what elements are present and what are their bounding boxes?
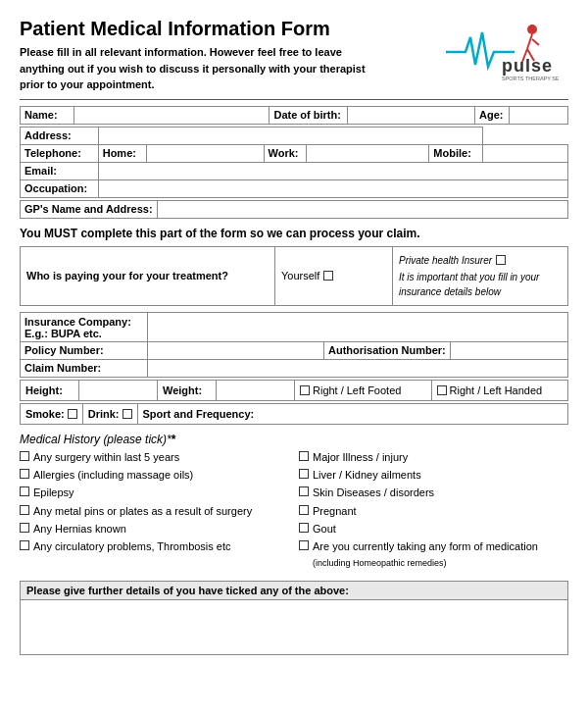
- email-value[interactable]: [98, 162, 567, 179]
- address-table: Address: Telephone: Home: Work: Mobile: …: [20, 127, 568, 198]
- medical-right-col: Major Illness / injuryLiver / Kidney ail…: [299, 450, 568, 574]
- gp-table: GP's Name and Address:: [20, 200, 568, 219]
- drink-checkbox[interactable]: [122, 409, 132, 419]
- insurance-table: Insurance Company:E.g.: BUPA etc. Policy…: [20, 312, 568, 378]
- address-value[interactable]: [98, 127, 482, 144]
- auth-label: Authorisation Number:: [324, 341, 451, 359]
- medical-left-checkbox-3[interactable]: [20, 505, 29, 515]
- height-value-cell[interactable]: [79, 381, 158, 400]
- claim-value[interactable]: [148, 359, 568, 377]
- medical-right-item: Major Illness / injury: [299, 450, 568, 465]
- medical-history-section: Medical History (please tick)** Any surg…: [20, 433, 568, 574]
- sport-label: Sport and Frequency:: [143, 408, 255, 420]
- home-value[interactable]: [146, 144, 264, 162]
- name-value[interactable]: [74, 106, 269, 124]
- handed-cell: Right / Left Handed: [432, 381, 568, 400]
- medical-left-checkbox-2[interactable]: [20, 486, 29, 496]
- logo: pulse SPORTS THERAPY SERVICES: [441, 18, 568, 81]
- payment-heading: You MUST complete this part of the form …: [20, 227, 568, 240]
- gp-label: GP's Name and Address:: [21, 200, 158, 218]
- right-handed-label: Right: [450, 384, 475, 396]
- medical-left-col: Any surgery within last 5 yearsAllergies…: [20, 450, 289, 574]
- auth-value[interactable]: [450, 341, 567, 359]
- drink-cell: Drink:: [83, 404, 138, 424]
- policy-value[interactable]: [148, 341, 324, 359]
- medical-right-checkbox-1[interactable]: [299, 469, 309, 479]
- work-value[interactable]: [307, 144, 429, 162]
- occupation-label: Occupation:: [21, 179, 99, 197]
- yourself-checkbox[interactable]: [323, 271, 333, 281]
- occupation-value[interactable]: [98, 179, 567, 197]
- gp-value[interactable]: [157, 200, 567, 218]
- medical-left-item: Any Hernias known: [20, 522, 289, 537]
- medical-right-checkbox-2[interactable]: [299, 486, 309, 496]
- svg-line-2: [532, 39, 539, 45]
- details-content[interactable]: [21, 600, 567, 654]
- sport-cell: Sport and Frequency:: [138, 404, 567, 424]
- claim-label: Claim Number:: [21, 359, 148, 377]
- form-subtitle: Please fill in all relevant information.…: [20, 44, 382, 93]
- private-checkbox[interactable]: [496, 255, 506, 265]
- telephone-label: Telephone:: [21, 144, 99, 162]
- yourself-option[interactable]: Yourself: [275, 247, 393, 305]
- medical-right-item: Skin Diseases / disorders: [299, 486, 568, 500]
- dob-value[interactable]: [348, 106, 475, 124]
- medical-left-item: Allergies (including massage oils): [20, 468, 289, 483]
- right-footed-checkbox[interactable]: [300, 385, 310, 395]
- svg-text:pulse: pulse: [502, 56, 553, 76]
- medical-left-checkbox-1[interactable]: [20, 469, 29, 479]
- medical-right-item: Pregnant: [299, 504, 568, 519]
- name-label: Name:: [21, 106, 74, 124]
- insurance-company-label: Insurance Company:E.g.: BUPA etc.: [21, 312, 148, 341]
- address-label: Address:: [21, 127, 99, 144]
- weight-value-cell[interactable]: [217, 381, 295, 400]
- yourself-label: Yourself: [281, 270, 319, 281]
- left-handed-label: Left Handed: [483, 384, 542, 396]
- right-handed-checkbox[interactable]: [437, 385, 447, 395]
- weight-cell: Weight:: [158, 381, 217, 400]
- measurements-row: Height: Weight: Right / Left Footed Righ…: [20, 380, 568, 401]
- medical-right-checkbox-0[interactable]: [299, 451, 309, 461]
- insurance-company-value[interactable]: [148, 312, 568, 341]
- svg-line-1: [527, 34, 532, 49]
- weight-label: Weight:: [163, 384, 202, 396]
- medical-left-item: Any circulatory problems, Thrombosis etc: [20, 539, 289, 554]
- medical-left-checkbox-5[interactable]: [20, 540, 29, 550]
- height-label: Height:: [25, 384, 63, 396]
- medical-right-item: Liver / Kidney ailments: [299, 468, 568, 483]
- svg-text:SPORTS THERAPY SERVICES: SPORTS THERAPY SERVICES: [502, 76, 559, 81]
- age-value[interactable]: [510, 106, 568, 124]
- medical-right-item: Gout: [299, 522, 568, 537]
- mobile-value[interactable]: [482, 144, 567, 162]
- medical-title: Medical History (please tick)**: [20, 433, 568, 446]
- home-label: Home:: [98, 144, 146, 162]
- smoke-checkbox[interactable]: [68, 409, 77, 419]
- details-label: Please give further details of you have …: [21, 582, 567, 600]
- email-label: Email:: [21, 162, 99, 179]
- smoke-cell: Smoke:: [21, 404, 83, 424]
- age-label: Age:: [475, 106, 510, 124]
- medical-left-item: Any metal pins or plates as a result of …: [20, 504, 289, 519]
- details-box: Please give further details of you have …: [20, 581, 568, 655]
- right-footed-label: Right: [313, 384, 338, 396]
- height-cell: Height:: [21, 381, 79, 400]
- medical-right-item: Are you currently taking any form of med…: [299, 539, 568, 570]
- mobile-label: Mobile:: [429, 144, 482, 162]
- medical-right-checkbox-5[interactable]: [299, 540, 309, 550]
- medical-right-checkbox-4[interactable]: [299, 523, 309, 533]
- left-footed-label: Left Footed: [347, 384, 402, 396]
- dob-label: Date of birth:: [270, 106, 348, 124]
- medical-right-checkbox-3[interactable]: [299, 505, 309, 515]
- medical-left-checkbox-0[interactable]: [20, 451, 29, 461]
- medical-left-checkbox-4[interactable]: [20, 523, 29, 533]
- private-label: Private health Insurer: [399, 253, 492, 268]
- work-label: Work:: [264, 144, 307, 162]
- payment-box: Who is paying your for your treatment? Y…: [20, 246, 568, 306]
- smoke-label: Smoke:: [25, 408, 65, 420]
- policy-label: Policy Number:: [21, 341, 148, 359]
- footed-cell: Right / Left Footed: [295, 381, 432, 400]
- medical-left-item: Epilepsy: [20, 486, 289, 500]
- svg-point-0: [527, 25, 537, 34]
- drink-label: Drink:: [88, 408, 120, 420]
- private-note: It is important that you fill in your in…: [399, 270, 562, 299]
